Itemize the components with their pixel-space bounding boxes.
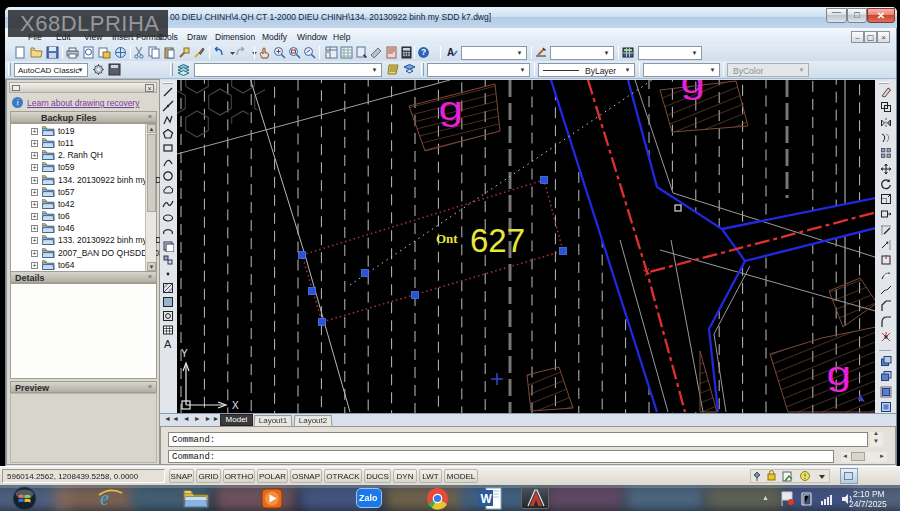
- svg-text:627: 627: [470, 222, 525, 259]
- svg-text:g: g: [680, 80, 705, 100]
- svg-text:Ont: Ont: [436, 231, 458, 246]
- svg-text:X: X: [232, 400, 239, 411]
- svg-text:Y: Y: [181, 348, 188, 359]
- svg-text:A: A: [164, 338, 172, 350]
- svg-text:?: ?: [421, 47, 426, 57]
- svg-text:g: g: [438, 89, 463, 127]
- svg-text:W: W: [481, 492, 493, 506]
- svg-text:A: A: [447, 47, 454, 58]
- svg-text:g: g: [826, 354, 851, 392]
